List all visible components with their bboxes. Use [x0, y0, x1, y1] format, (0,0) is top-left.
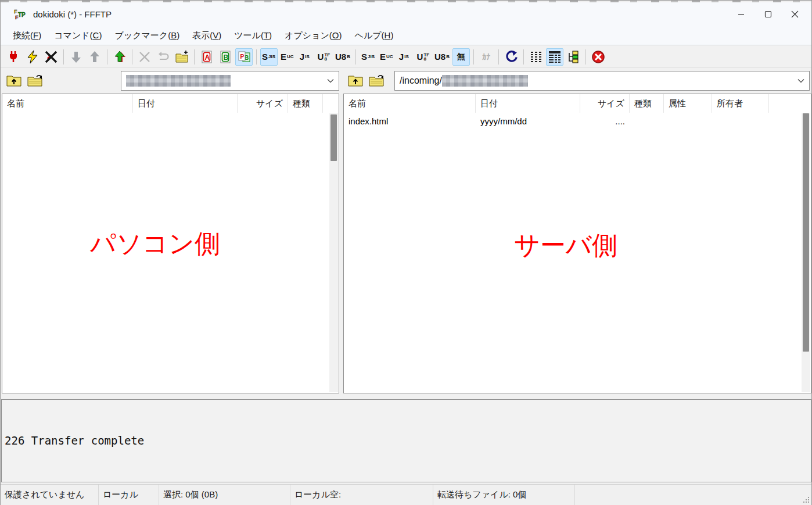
rename-button[interactable] — [155, 48, 172, 66]
column-header-type[interactable]: 種類 — [288, 94, 323, 113]
host-encoding-jis-button[interactable]: JIS — [297, 48, 315, 66]
remote-annotation: サーバ側 — [514, 232, 617, 259]
pane-splitter[interactable] — [339, 94, 343, 393]
host-encoding-euc-button[interactable]: EUC — [279, 48, 296, 66]
local-list-header: 名前 日付 サイズ 種類 — [2, 94, 339, 113]
file-row-index-html[interactable]: index.html yyyy/mm/dd .... — [344, 113, 811, 129]
log-line: ファイル一覧の取得は正常終了しました. ( Bytes) — [5, 480, 808, 482]
maximize-button[interactable] — [754, 2, 781, 26]
window-title: dokidoki (*) - FFFTP — [33, 9, 112, 19]
local-annotation: パソコン側 — [90, 230, 220, 257]
svg-text:TP: TP — [18, 12, 26, 18]
menu-options[interactable]: オプション(O) — [278, 28, 348, 44]
menu-help[interactable]: ヘルプ(H) — [348, 28, 400, 44]
menu-tools[interactable]: ツール(T) — [228, 28, 278, 44]
svg-text:A: A — [205, 53, 210, 61]
close-icon — [791, 10, 799, 18]
ascii-mode-button[interactable]: A — [198, 48, 215, 66]
chevron-down-icon[interactable] — [796, 76, 806, 85]
menu-bookmark[interactable]: ブックマーク(B) — [108, 28, 186, 44]
toolbar-separator — [132, 49, 132, 65]
binary-mode-button[interactable]: B — [217, 48, 234, 66]
sort-button[interactable] — [565, 48, 582, 66]
abort-button[interactable] — [590, 48, 607, 66]
column-header-size[interactable]: サイズ — [580, 94, 630, 113]
local-scrollbar[interactable] — [329, 113, 338, 392]
folder-up-icon — [6, 74, 21, 87]
column-header-size[interactable]: サイズ — [238, 94, 288, 113]
local-path-combobox[interactable] — [121, 71, 339, 91]
svg-text:P: P — [240, 53, 245, 59]
download-button[interactable] — [67, 48, 85, 66]
local-up-folder-button[interactable] — [5, 72, 23, 88]
column-header-date[interactable]: 日付 — [476, 94, 580, 113]
local-file-list[interactable]: 名前 日付 サイズ 種類 パソコン側 — [2, 94, 339, 393]
column-header-date[interactable]: 日付 — [133, 94, 238, 113]
remote-change-folder-button[interactable] — [368, 72, 385, 88]
up-arrow-icon — [88, 50, 102, 64]
host-encoding-sjis-button[interactable]: SJIS — [260, 48, 278, 66]
remote-up-folder-button[interactable] — [347, 72, 364, 88]
remote-scrollbar[interactable] — [802, 113, 810, 392]
menu-view[interactable]: 表示(V) — [186, 28, 228, 44]
remote-file-list[interactable]: 名前 日付 サイズ 種類 属性 所有者 index.html yyyy/mm/d… — [343, 94, 811, 393]
minimize-button[interactable] — [728, 2, 754, 26]
upload-button[interactable] — [86, 48, 103, 66]
local-change-folder-button[interactable] — [26, 72, 44, 88]
status-host-type: ローカル — [99, 485, 159, 505]
no-kanji-convert-button[interactable]: 無 — [452, 48, 470, 66]
kana-convert-button[interactable]: ｶﾅ — [477, 48, 495, 66]
mirror-upload-button[interactable] — [111, 48, 128, 66]
binary-doc-icon: B — [218, 50, 232, 64]
resize-grip-icon[interactable] — [802, 496, 810, 504]
folder-change-icon — [369, 74, 384, 87]
local-encoding-euc-button[interactable]: EUC — [378, 48, 396, 66]
disconnect-button[interactable] — [42, 48, 60, 66]
delete-button[interactable] — [136, 48, 153, 66]
title-bar: F F TP dokidoki (*) - FFFTP — [1, 2, 811, 26]
remote-path-text: /incoming/ — [400, 76, 442, 86]
column-header-owner[interactable]: 所有者 — [712, 94, 769, 113]
chevron-down-icon[interactable] — [326, 76, 335, 85]
unplug-icon — [44, 50, 58, 64]
connect-button[interactable] — [5, 48, 23, 66]
toolbar-separator — [63, 49, 64, 65]
detail-view-icon — [548, 51, 561, 63]
local-encoding-jis-button[interactable]: JIS — [397, 48, 414, 66]
close-button[interactable] — [781, 2, 808, 26]
column-header-name[interactable]: 名前 — [344, 94, 476, 113]
host-encoding-utf8-button[interactable]: UTF8 — [316, 48, 333, 66]
local-encoding-sjis-button[interactable]: SJIS — [360, 48, 377, 66]
host-encoding-utf8bom-button[interactable]: U8B — [335, 48, 352, 66]
column-header-attr[interactable]: 属性 — [664, 94, 712, 113]
local-path-redacted — [126, 75, 231, 87]
detail-view-button[interactable] — [546, 48, 563, 66]
make-directory-button[interactable] — [173, 48, 191, 66]
column-header-blank — [769, 94, 811, 113]
file-date: yyyy/mm/dd — [476, 116, 580, 126]
local-encoding-utf8-button[interactable]: UTF8 — [415, 48, 433, 66]
tree-boxes-icon — [566, 50, 580, 64]
remote-path-redacted — [442, 75, 528, 87]
status-selection: 選択: 0個 (0B) — [159, 485, 290, 505]
toolbar-separator — [107, 49, 107, 65]
plug-icon — [7, 50, 21, 64]
lightning-icon — [26, 50, 39, 64]
menu-connect[interactable]: 接続(F) — [6, 28, 48, 44]
menu-command[interactable]: コマンド(C) — [48, 28, 108, 44]
local-scrollbar-thumb[interactable] — [330, 114, 337, 161]
remote-path-combobox[interactable]: /incoming/ — [394, 71, 810, 91]
toolbar-separator — [194, 49, 195, 65]
list-view-button[interactable] — [527, 48, 545, 66]
status-transfer-queue: 転送待ちファイル: 0個 — [433, 485, 575, 505]
log-pane[interactable]: 226 Transfer complete ファイル一覧の取得は正常終了しました… — [1, 399, 811, 482]
column-header-name[interactable]: 名前 — [2, 94, 133, 113]
ffftp-window: F F TP dokidoki (*) - FFFTP 接続(F) コマンド(C… — [0, 0, 812, 505]
remote-scrollbar-thumb[interactable] — [803, 113, 809, 352]
refresh-button[interactable] — [502, 48, 520, 66]
toolbar-separator — [585, 49, 586, 65]
auto-mode-button[interactable]: B P — [235, 48, 253, 66]
local-encoding-utf8bom-button[interactable]: U8B — [434, 48, 451, 66]
quick-connect-button[interactable] — [24, 48, 41, 66]
column-header-type[interactable]: 種類 — [630, 94, 664, 113]
